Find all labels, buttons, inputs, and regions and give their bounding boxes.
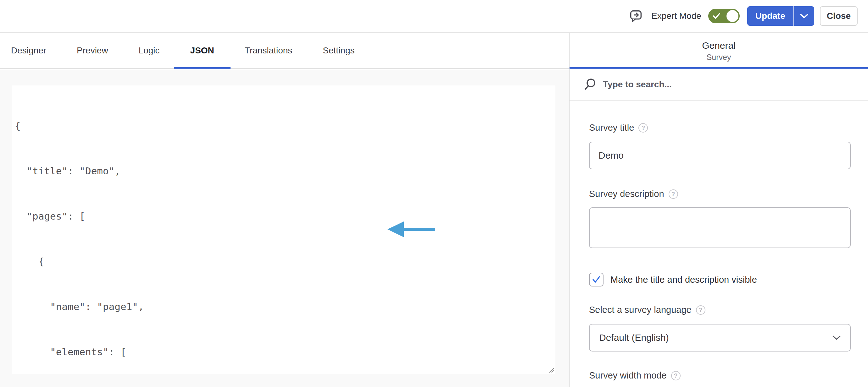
help-icon[interactable]: ?	[669, 189, 678, 199]
code-line: "pages": [	[15, 209, 552, 224]
property-sidebar: General Survey Survey title ? Survey des…	[569, 33, 868, 387]
tab-json[interactable]: JSON	[190, 33, 214, 68]
tab-preview[interactable]: Preview	[77, 33, 108, 68]
language-label-row: Select a survey language ?	[589, 305, 851, 315]
json-editor[interactable]: { "title": "Demo", "pages": [ { "name": …	[12, 85, 555, 374]
width-mode-label: Survey width mode	[589, 371, 667, 381]
annotation-arrow-left-icon	[388, 221, 435, 238]
chevron-down-icon	[800, 13, 809, 19]
update-dropdown-button[interactable]	[794, 6, 814, 26]
sidebar-search-row	[569, 69, 868, 101]
resize-handle[interactable]	[547, 366, 555, 374]
toggle-check-icon	[713, 12, 721, 20]
survey-description-label-row: Survey description ?	[589, 189, 851, 199]
width-mode-label-row: Survey width mode ?	[589, 371, 851, 381]
title-visible-row: Make the title and description visible	[589, 273, 851, 286]
sidebar-category-title: General	[702, 40, 736, 51]
code-line: "title": "Demo",	[15, 163, 552, 178]
tab-logic[interactable]: Logic	[139, 33, 160, 68]
tab-designer[interactable]: Designer	[11, 33, 46, 68]
tab-bar: Designer Preview Logic JSON Translations…	[0, 33, 569, 69]
close-button[interactable]: Close	[820, 6, 858, 26]
checkmark-icon	[592, 276, 601, 284]
update-button[interactable]: Update	[747, 6, 794, 26]
language-select[interactable]: Default (English)	[589, 324, 851, 352]
code-line: {	[15, 254, 552, 269]
sidebar-form: Survey title ? Survey description ? Make…	[569, 122, 868, 381]
main-panel: { "title": "Demo", "pages": [ { "name": …	[0, 70, 569, 387]
survey-description-label: Survey description	[589, 189, 664, 199]
title-visible-checkbox[interactable]	[589, 273, 603, 286]
code-line: "elements": [	[15, 344, 552, 359]
search-input[interactable]	[603, 79, 792, 90]
help-icon[interactable]: ?	[671, 371, 681, 380]
survey-description-textarea[interactable]	[589, 207, 851, 248]
survey-title-label-row: Survey title ?	[589, 122, 851, 133]
title-visible-label: Make the title and description visible	[611, 275, 757, 285]
survey-title-label: Survey title	[589, 122, 634, 133]
chevron-down-icon	[833, 336, 841, 340]
help-icon[interactable]: ?	[639, 123, 648, 133]
expert-mode-label: Expert Mode	[651, 11, 701, 21]
code-line: "name": "page1",	[15, 299, 552, 314]
language-select-value: Default (English)	[599, 332, 669, 343]
tab-settings[interactable]: Settings	[323, 33, 354, 68]
sidebar-category-subtitle: Survey	[707, 53, 731, 62]
search-icon	[583, 78, 597, 92]
toggle-knob	[726, 10, 738, 22]
sidebar-header: General Survey	[569, 33, 868, 69]
language-label: Select a survey language	[589, 305, 691, 315]
expert-mode-toggle[interactable]	[708, 9, 740, 23]
survey-title-input[interactable]	[589, 142, 851, 169]
update-split-button: Update	[747, 6, 814, 26]
code-line: {	[15, 118, 552, 133]
top-bar: Expert Mode Update Close	[0, 0, 868, 33]
tab-translations[interactable]: Translations	[245, 33, 292, 68]
help-icon[interactable]: ?	[696, 305, 705, 315]
feedback-bubble-icon[interactable]	[629, 9, 643, 23]
